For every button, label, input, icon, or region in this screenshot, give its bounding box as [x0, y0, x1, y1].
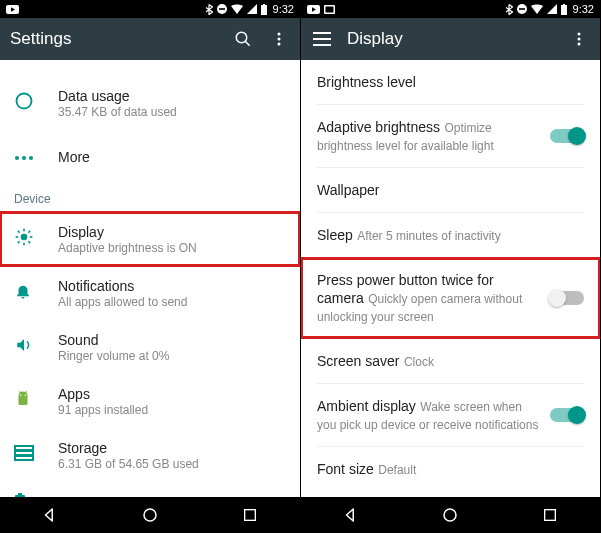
- svg-point-5: [236, 32, 247, 43]
- youtube-icon: [6, 5, 19, 14]
- list-item-storage[interactable]: Storage 6.31 GB of 54.65 GB used: [0, 428, 300, 482]
- overflow-menu-icon[interactable]: [568, 28, 590, 50]
- svg-rect-38: [519, 8, 525, 10]
- item-title: Font size: [317, 461, 374, 477]
- nav-home-button[interactable]: [120, 506, 180, 524]
- svg-point-23: [20, 395, 22, 397]
- list-item-battery[interactable]: Battery: [0, 482, 300, 497]
- nav-recents-button[interactable]: [220, 507, 280, 523]
- svg-line-21: [18, 241, 20, 243]
- item-sub: Ringer volume at 0%: [58, 349, 286, 363]
- svg-point-45: [578, 38, 581, 41]
- item-title: Adaptive brightness: [317, 119, 440, 135]
- svg-point-10: [17, 94, 32, 109]
- list-item-brightness[interactable]: Brightness level: [301, 60, 600, 104]
- cell-signal-icon: [547, 4, 557, 14]
- display-settings-list[interactable]: Brightness level Adaptive brightness Opt…: [301, 60, 600, 497]
- svg-rect-31: [18, 493, 22, 495]
- apps-icon: [14, 389, 32, 413]
- svg-line-20: [28, 241, 30, 243]
- svg-point-13: [29, 156, 33, 160]
- svg-point-9: [278, 43, 281, 46]
- item-title: Wallpaper: [317, 182, 380, 198]
- battery-icon: [561, 4, 567, 15]
- settings-list[interactable]: Data usage 35.47 KB of data used More De…: [0, 60, 300, 497]
- list-item-font-size[interactable]: Font size Default: [301, 447, 600, 491]
- battery-icon: [14, 493, 26, 497]
- svg-rect-3: [261, 5, 267, 15]
- item-title: Ambient display: [317, 398, 416, 414]
- svg-point-14: [21, 234, 28, 241]
- list-item-notifications[interactable]: Notifications All apps allowed to send: [0, 266, 300, 320]
- toggle-power-camera[interactable]: [550, 291, 584, 305]
- list-item-power-camera[interactable]: Press power button twice for camera Quic…: [301, 258, 600, 338]
- item-sub: Default: [378, 463, 416, 477]
- display-icon: [14, 227, 34, 251]
- svg-point-32: [144, 509, 156, 521]
- navigation-bar: [301, 497, 600, 533]
- item-sub: Adaptive brightness is ON: [58, 241, 286, 255]
- appbar-settings: Settings: [0, 18, 300, 60]
- svg-rect-36: [326, 6, 334, 12]
- status-time: 9:32: [573, 3, 594, 15]
- data-usage-icon: [14, 91, 34, 115]
- status-bar: 9:32: [0, 0, 300, 18]
- list-item-sleep[interactable]: Sleep After 5 minutes of inactivity: [301, 213, 600, 257]
- item-sub: After 5 minutes of inactivity: [357, 229, 500, 243]
- svg-rect-48: [545, 510, 556, 521]
- appbar-display: Display: [301, 18, 600, 60]
- bell-icon: [14, 281, 32, 305]
- list-item-truncated[interactable]: [0, 60, 300, 76]
- item-title: Data usage: [58, 88, 286, 104]
- item-sub: Clock: [404, 355, 434, 369]
- item-title: Screen saver: [317, 353, 399, 369]
- dnd-icon: [517, 4, 527, 14]
- svg-line-6: [245, 41, 250, 46]
- appbar-title: Settings: [10, 29, 218, 49]
- more-icon: [14, 148, 34, 166]
- svg-line-22: [28, 231, 30, 233]
- nav-home-button[interactable]: [420, 506, 480, 524]
- list-item-data-usage[interactable]: Data usage 35.47 KB of data used: [0, 76, 300, 130]
- list-item-sound[interactable]: Sound Ringer volume at 0%: [0, 320, 300, 374]
- nav-back-button[interactable]: [20, 506, 80, 524]
- screenshot-icon: [324, 5, 335, 14]
- bluetooth-icon: [205, 4, 213, 15]
- svg-rect-4: [263, 4, 265, 5]
- item-sub: 35.47 KB of data used: [58, 105, 286, 119]
- item-title: Brightness level: [317, 74, 416, 90]
- item-title: Apps: [58, 386, 286, 402]
- toggle-ambient-display[interactable]: [550, 408, 584, 422]
- nav-recents-button[interactable]: [520, 507, 580, 523]
- item-title: Storage: [58, 440, 286, 456]
- svg-rect-2: [219, 8, 225, 10]
- toggle-adaptive-brightness[interactable]: [550, 129, 584, 143]
- cell-signal-icon: [247, 4, 257, 14]
- svg-rect-27: [15, 446, 33, 450]
- appbar-title: Display: [347, 29, 554, 49]
- list-item-ambient-display[interactable]: Ambient display Wake screen when you pic…: [301, 384, 600, 446]
- svg-point-24: [25, 395, 27, 397]
- dnd-icon: [217, 4, 227, 14]
- svg-point-8: [278, 38, 281, 41]
- status-bar: 9:32: [301, 0, 600, 18]
- svg-rect-28: [15, 451, 33, 455]
- search-icon[interactable]: [232, 28, 254, 50]
- item-sub: 91 apps installed: [58, 403, 286, 417]
- list-item-screensaver[interactable]: Screen saver Clock: [301, 339, 600, 383]
- overflow-menu-icon[interactable]: [268, 28, 290, 50]
- list-item-apps[interactable]: Apps 91 apps installed: [0, 374, 300, 428]
- list-item-display[interactable]: Display Adaptive brightness is ON: [0, 212, 300, 266]
- list-item-more[interactable]: More: [0, 130, 300, 184]
- item-title: Sleep: [317, 227, 353, 243]
- storage-icon: [14, 445, 34, 465]
- status-time: 9:32: [273, 3, 294, 15]
- nav-back-button[interactable]: [321, 506, 381, 524]
- svg-rect-33: [245, 510, 256, 521]
- list-item-adaptive-brightness[interactable]: Adaptive brightness Optimize brightness …: [301, 105, 600, 167]
- hamburger-menu-icon[interactable]: [311, 28, 333, 50]
- svg-rect-39: [561, 5, 567, 15]
- wifi-icon: [531, 4, 543, 14]
- svg-point-12: [22, 156, 26, 160]
- list-item-wallpaper[interactable]: Wallpaper: [301, 168, 600, 212]
